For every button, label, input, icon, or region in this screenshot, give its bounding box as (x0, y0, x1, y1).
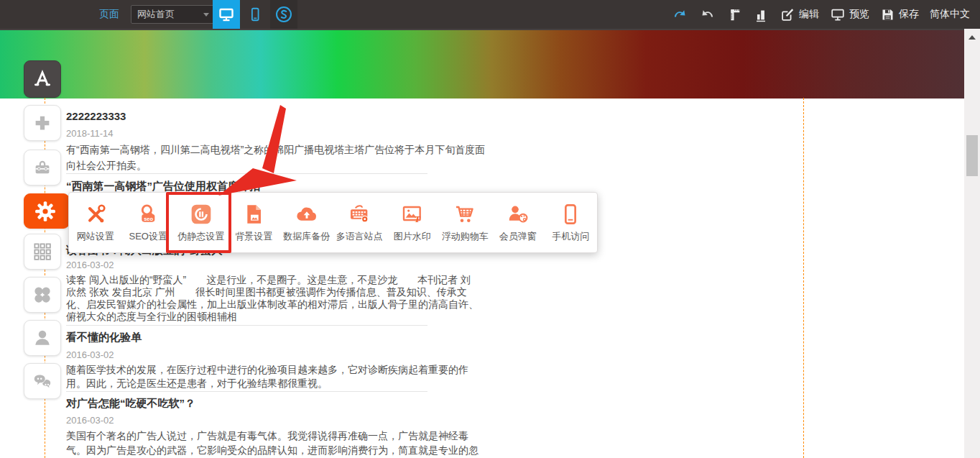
edit-button[interactable]: 编辑 (780, 6, 819, 22)
sidebar-item-feedback[interactable] (24, 363, 61, 399)
save-button-label: 保存 (899, 8, 919, 21)
article-title[interactable]: 2222223333 (66, 110, 126, 122)
undo-icon (672, 6, 688, 23)
article-title[interactable]: 看不懂的化验单 (66, 331, 142, 344)
svg-text:T: T (414, 214, 420, 224)
mobile-view-icon (247, 6, 263, 23)
sidebar-item-toolbox[interactable] (24, 150, 61, 186)
components-clover-icon (32, 284, 53, 306)
crossed-tools-icon (84, 203, 107, 226)
save-icon (880, 7, 895, 22)
add-plus-icon (32, 112, 53, 134)
mobile-view-button[interactable] (244, 0, 266, 29)
page-select-dropdown[interactable]: 网站首页 (131, 5, 216, 24)
link-icon (274, 5, 293, 24)
stats-button[interactable] (753, 6, 769, 23)
save-button[interactable]: 保存 (880, 7, 919, 22)
toolbox-icon (32, 157, 53, 178)
popup-item-label: 会员弹窗 (499, 230, 537, 243)
page-select-value: 网站首页 (137, 9, 175, 19)
settings-gear-icon (34, 200, 57, 223)
stats-icon (753, 6, 769, 23)
article-body: 读客 闯入出版业的“野蛮人” 这是行业，不是圈子。这是生意，不是沙龙 本刊记者 … (66, 274, 479, 323)
popup-item-member-popup[interactable]: 会员弹窗 (491, 203, 545, 243)
scrollbar-up-arrow[interactable] (969, 35, 976, 40)
app-store-logo (30, 67, 55, 91)
language-switch[interactable]: 简体中文 (930, 8, 970, 21)
article-date: 2018-11-14 (66, 128, 114, 139)
article-title[interactable]: 对广告怎能“吃硬不吃软”？ (66, 397, 195, 411)
keyboard-gear-icon (347, 203, 371, 226)
svg-text:seo: seo (144, 215, 153, 221)
modules-grid-icon (32, 241, 53, 262)
divider (66, 391, 427, 392)
scrollbar-thumb[interactable] (966, 135, 978, 176)
message-chat-icon (32, 370, 53, 392)
smartphone-icon (559, 203, 582, 226)
popup-item-label: 多语言站点 (336, 230, 383, 243)
cloud-upload-icon (295, 203, 319, 226)
sidebar-item-app-logo[interactable] (24, 60, 61, 98)
highlight-box (166, 192, 231, 253)
popup-item-mobile-access[interactable]: 手机访问 (545, 203, 598, 243)
seo-magnifier-icon: seo (137, 203, 160, 226)
popup-item-floating-cart[interactable]: 浮动购物车 (439, 203, 492, 243)
article-body: 随着医学技术的发展，在医疗过程中进行的化验项目越来越多，它对诊断疾病起着重要的作… (66, 363, 468, 390)
ruler-button[interactable] (726, 6, 742, 23)
edit-button-label: 编辑 (799, 8, 819, 21)
ruler-icon (726, 6, 742, 23)
sidebar-item-modules[interactable] (24, 234, 61, 270)
page-label: 页面 (99, 8, 119, 21)
preview-button-label: 预览 (849, 8, 869, 21)
preview-button[interactable]: 预览 (830, 6, 869, 22)
scrollbar[interactable] (964, 29, 980, 458)
popup-item-site-settings[interactable]: 网站设置 (69, 203, 122, 243)
shopping-cart-icon (453, 203, 477, 226)
popup-item-label: 手机访问 (552, 230, 589, 243)
sidebar-item-components[interactable] (24, 277, 61, 313)
popup-item-label: 数据库备份 (283, 230, 330, 243)
image-watermark-icon: T (400, 203, 425, 226)
toolbar-right-group: 编辑 预览 保存 简体中文 (672, 0, 970, 29)
settings-popup: 网站设置 seo SEO设置 伪静态设置 背景设置 (68, 192, 598, 253)
popup-item-multilang[interactable]: 多语言站点 (333, 203, 387, 243)
popup-item-label: 背景设置 (235, 230, 272, 243)
popup-item-label: 浮动购物车 (442, 230, 489, 243)
divider (66, 173, 427, 174)
popup-item-label: SEO设置 (129, 230, 167, 243)
popup-item-background[interactable]: 背景设置 (228, 203, 281, 243)
language-label: 简体中文 (930, 8, 970, 21)
undo-button[interactable] (672, 6, 688, 23)
article-body: 有“西南第一高钢塔，四川第二高电视塔”之称的绵阳广播电视塔主塔广告位将于本月下旬… (66, 142, 485, 173)
popup-item-db-backup[interactable]: 数据库备份 (280, 203, 333, 243)
edit-icon (780, 6, 795, 22)
article-date: 2016-03-02 (66, 260, 114, 270)
popup-item-watermark[interactable]: T 图片水印 (386, 203, 439, 243)
redo-icon (699, 6, 716, 23)
article-body: 美国有个著名的广告人说过，广告就是有毒气体。我觉得说得再准确一点，广告就是神经毒… (66, 429, 479, 458)
desktop-view-icon (218, 6, 235, 23)
member-palette-icon (506, 203, 530, 226)
article-date: 2016-03-02 (66, 349, 114, 360)
guide-line-right (803, 98, 804, 458)
popup-item-label: 网站设置 (77, 230, 114, 243)
chevron-down-icon (203, 13, 209, 17)
redo-button[interactable] (699, 6, 716, 23)
site-banner (0, 29, 964, 99)
member-person-icon (32, 327, 53, 349)
sidebar-item-add[interactable] (24, 105, 61, 141)
article-date: 2016-03-02 (66, 415, 114, 426)
sidebar-item-settings[interactable] (24, 193, 70, 229)
divider (66, 325, 427, 326)
link-view-button[interactable] (270, 0, 297, 29)
popup-item-label: 图片水印 (394, 230, 431, 243)
desktop-view-button[interactable] (213, 0, 240, 29)
preview-monitor-icon (830, 6, 846, 22)
background-page-icon (242, 203, 265, 226)
sidebar-item-member[interactable] (24, 320, 61, 356)
top-toolbar: 页面 网站首页 (0, 0, 980, 29)
